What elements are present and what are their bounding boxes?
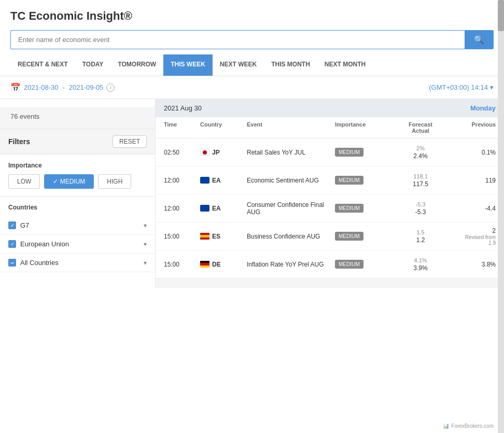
tab-today[interactable]: TODAY <box>75 54 111 76</box>
tab-bar: RECENT & NEXT TODAY TOMORROW THIS WEEK N… <box>0 54 504 76</box>
time-cell: 02:50 <box>164 149 200 156</box>
event-cell: Retail Sales YoY JUL <box>247 149 335 156</box>
country-code: DE <box>212 261 221 268</box>
event-cell: Business Confidence AUG <box>247 233 335 240</box>
actual-value: 2.4% <box>413 152 427 160</box>
calendar-icon: 📅 <box>10 82 21 92</box>
actual-value: 1.2 <box>416 236 425 244</box>
forecast-value: 2% <box>416 145 425 151</box>
previous-cell: 3.8% <box>454 261 496 268</box>
watermark: 📊 ForexBrokers.com <box>443 423 494 429</box>
search-icon: 🔍 <box>474 35 484 44</box>
countries-section: Countries ✓ G7 ▾ ✓ European Union ▾ <box>0 197 155 280</box>
date-separator: - <box>63 83 65 91</box>
table-row: 12:00 EA Consumer Confidence Final AUG M… <box>156 194 504 222</box>
tab-next-month[interactable]: NEXT MONTH <box>317 54 373 76</box>
previous-cell: 0.1% <box>454 149 496 156</box>
country-cell: EA <box>200 177 247 184</box>
search-input[interactable] <box>10 30 465 49</box>
table-header: Time Country Event Importance Forecast A… <box>156 117 504 138</box>
section-date: 2021 Aug 30 <box>164 104 202 112</box>
country-group-g7[interactable]: ✓ G7 ▾ <box>0 216 155 235</box>
importance-badge: MEDIUM <box>335 148 363 157</box>
importance-badge: MEDIUM <box>335 204 363 213</box>
sidebar: 76 events Filters RESET Importance LOW ✓… <box>0 99 156 288</box>
timezone-display[interactable]: (GMT+03:00) 14:14 ▾ <box>429 83 494 91</box>
app-title: TC Economic Insight® <box>10 9 494 23</box>
time-cell: 12:00 <box>164 205 200 212</box>
time-cell: 15:00 <box>164 261 200 268</box>
country-cell: DE <box>200 261 247 268</box>
header: TC Economic Insight® 🔍 <box>0 0 504 54</box>
importance-medium-button[interactable]: ✓ MEDIUM <box>44 174 94 189</box>
flag-jp <box>200 149 209 156</box>
importance-cell: MEDIUM <box>335 260 387 269</box>
forecast-actual-cell: -5.3 -5.3 <box>387 201 454 216</box>
importance-section: Importance LOW ✓ MEDIUM HIGH <box>0 155 155 197</box>
forecast-value: 4.1% <box>414 257 427 263</box>
importance-low-button[interactable]: LOW <box>8 174 40 189</box>
importance-label: Importance <box>8 162 147 169</box>
event-cell: Consumer Confidence Final AUG <box>247 201 335 216</box>
section-day: Monday <box>470 104 496 112</box>
eu-checkbox[interactable]: ✓ <box>8 240 16 248</box>
actual-value: -5.3 <box>415 208 426 216</box>
g7-checkbox[interactable]: ✓ <box>8 221 16 229</box>
reset-button[interactable]: RESET <box>113 135 147 148</box>
forecast-actual-cell: 118.1 117.5 <box>387 173 454 188</box>
eu-label: European Union <box>20 240 69 248</box>
g7-chevron: ▾ <box>144 222 147 229</box>
country-cell: ES <box>200 233 247 240</box>
importance-badge: MEDIUM <box>335 176 363 185</box>
tab-next-week[interactable]: NEXT WEEK <box>213 54 264 76</box>
time-cell: 12:00 <box>164 177 200 184</box>
table-row: 15:00 DE Inflation Rate YoY Prel AUG MED… <box>156 250 504 278</box>
importance-badge: MEDIUM <box>335 232 363 241</box>
date-end[interactable]: 2021-09-05 <box>69 83 104 91</box>
all-countries-label: All Countries <box>20 259 59 267</box>
time-cell: 15:00 <box>164 233 200 240</box>
country-cell: JP <box>200 149 247 156</box>
country-code: EA <box>212 205 221 212</box>
date-range: 📅 2021-08-30 - 2021-09-05 i <box>10 82 115 92</box>
col-importance-header: Importance <box>335 121 387 134</box>
search-button[interactable]: 🔍 <box>465 30 494 49</box>
all-countries-checkbox[interactable]: − <box>8 259 16 267</box>
countries-title: Countries <box>0 204 155 216</box>
all-countries-chevron: ▾ <box>144 259 147 267</box>
event-cell: Inflation Rate YoY Prel AUG <box>247 261 335 268</box>
col-forecast-header: Forecast Actual <box>387 121 454 134</box>
scrollbar-thumb[interactable] <box>498 0 504 31</box>
forecast-actual-cell: 1.5 1.2 <box>387 229 454 244</box>
col-time-header: Time <box>164 121 200 134</box>
importance-high-button[interactable]: HIGH <box>98 174 131 189</box>
tab-tomorrow[interactable]: TOMORROW <box>110 54 163 76</box>
importance-cell: MEDIUM <box>335 204 387 213</box>
info-icon[interactable]: i <box>106 83 115 92</box>
forecast-actual-cell: 4.1% 3.9% <box>387 257 454 272</box>
forecast-value: -5.3 <box>416 201 426 207</box>
country-group-all[interactable]: − All Countries ▾ <box>0 254 155 272</box>
events-count: 76 events <box>0 107 155 129</box>
flag-ea <box>200 205 209 212</box>
forecast-actual-cell: 2% 2.4% <box>387 145 454 160</box>
table-row: 15:00 ES Business Confidence AUG MEDIUM … <box>156 222 504 250</box>
tab-this-week[interactable]: THIS WEEK <box>163 54 213 76</box>
g7-label: G7 <box>20 221 29 229</box>
previous-value: 2 <box>454 227 496 234</box>
scrollbar-track[interactable] <box>498 0 504 433</box>
search-bar: 🔍 <box>10 30 494 49</box>
col-event-header: Event <box>247 121 335 134</box>
country-group-eu[interactable]: ✓ European Union ▾ <box>0 235 155 254</box>
forecast-value: 1.5 <box>416 229 424 235</box>
tab-this-month[interactable]: THIS MONTH <box>264 54 317 76</box>
date-start[interactable]: 2021-08-30 <box>24 83 59 91</box>
col-previous-header: Previous <box>454 121 496 134</box>
country-cell: EA <box>200 205 247 212</box>
filters-title: Filters <box>8 137 30 146</box>
watermark-logo: 📊 <box>443 423 449 429</box>
importance-cell: MEDIUM <box>335 232 387 241</box>
tab-recent-next[interactable]: RECENT & NEXT <box>10 54 75 76</box>
date-section-header: 2021 Aug 30 Monday <box>156 99 504 117</box>
importance-cell: MEDIUM <box>335 176 387 185</box>
